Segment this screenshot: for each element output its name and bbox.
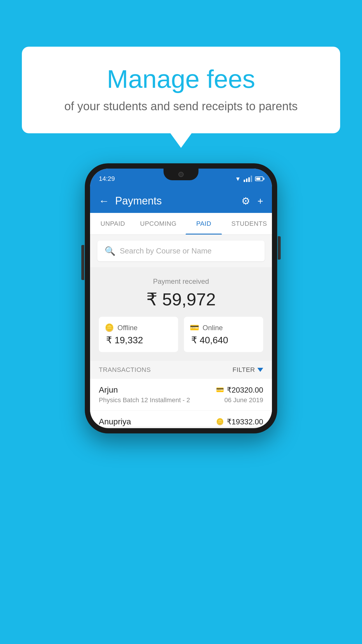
payment-cards: 🪙 Offline ₹ 19,332 💳 Online ₹ 40,640 bbox=[99, 317, 263, 352]
transaction-date-arjun: 06 June 2019 bbox=[224, 396, 263, 404]
settings-icon[interactable]: ⚙ bbox=[241, 195, 250, 207]
status-time: 14:29 bbox=[99, 175, 115, 183]
search-placeholder: Search by Course or Name bbox=[120, 246, 212, 256]
card-payment-icon: 💳 bbox=[190, 323, 199, 332]
search-bar[interactable]: 🔍 Search by Course or Name bbox=[97, 241, 265, 261]
student-name-arjun: Arjun bbox=[99, 385, 118, 395]
search-container: 🔍 Search by Course or Name bbox=[90, 235, 272, 267]
header-left: ← Payments bbox=[99, 195, 162, 207]
battery-icon bbox=[255, 176, 263, 181]
tab-upcoming[interactable]: UPCOMING bbox=[136, 213, 181, 235]
filter-button[interactable]: FILTER bbox=[233, 366, 263, 374]
phone-outer: 14:29 ▼ bbox=[85, 163, 277, 433]
signal-bars bbox=[244, 176, 252, 182]
phone-mockup: 14:29 ▼ bbox=[85, 163, 277, 433]
transactions-label: TRANSACTIONS bbox=[99, 366, 151, 374]
add-button[interactable]: + bbox=[257, 195, 263, 207]
tab-unpaid[interactable]: UNPAID bbox=[90, 213, 136, 235]
status-icons: ▼ bbox=[235, 176, 263, 182]
online-amount: ₹ 40,640 bbox=[190, 335, 257, 346]
app-header: ← Payments ⚙ + bbox=[90, 189, 272, 213]
page-title: Payments bbox=[115, 195, 162, 207]
tab-students[interactable]: STUDENTS bbox=[226, 213, 272, 235]
phone-screen: 14:29 ▼ bbox=[90, 169, 272, 428]
course-detail-arjun: Physics Batch 12 Installment - 2 bbox=[99, 396, 190, 404]
cash-icon: 🪙 bbox=[105, 323, 114, 332]
payment-summary: Payment received ₹ 59,972 🪙 Offline ₹ 19… bbox=[90, 267, 272, 361]
online-label: Online bbox=[203, 324, 223, 332]
offline-card-header: 🪙 Offline bbox=[105, 323, 172, 332]
card-method-icon: 💳 bbox=[216, 386, 224, 394]
status-bar: 14:29 ▼ bbox=[90, 169, 272, 189]
offline-amount: ₹ 19,332 bbox=[105, 335, 172, 346]
transaction-right-anupriya: 🪙 ₹19332.00 bbox=[216, 417, 263, 426]
cash-method-icon: 🪙 bbox=[216, 418, 224, 426]
bubble-title: Manage fees bbox=[36, 64, 326, 94]
transaction-row-partial[interactable]: Anupriya 🪙 ₹19332.00 bbox=[90, 411, 272, 426]
wifi-icon: ▼ bbox=[235, 176, 241, 182]
student-name-anupriya: Anupriya bbox=[99, 417, 131, 426]
tab-bar: UNPAID UPCOMING PAID STUDENTS bbox=[90, 213, 272, 235]
transaction-row[interactable]: Arjun 💳 ₹20320.00 Physics Batch 12 Insta… bbox=[90, 379, 272, 411]
camera-dot bbox=[178, 172, 184, 177]
online-card: 💳 Online ₹ 40,640 bbox=[184, 317, 263, 352]
search-icon: 🔍 bbox=[105, 246, 115, 256]
offline-label: Offline bbox=[117, 324, 138, 332]
transaction-amount-arjun: ₹20320.00 bbox=[227, 386, 263, 395]
speech-bubble: Manage fees of your students and send re… bbox=[22, 47, 340, 133]
transaction-amount-anupriya: ₹19332.00 bbox=[227, 417, 263, 426]
transaction-right-arjun: 💳 ₹20320.00 bbox=[216, 386, 263, 395]
transaction-bottom-arjun: Physics Batch 12 Installment - 2 06 June… bbox=[99, 396, 263, 404]
bubble-subtitle: of your students and send receipts to pa… bbox=[36, 100, 326, 113]
header-right: ⚙ + bbox=[241, 195, 263, 207]
filter-icon bbox=[257, 368, 263, 372]
payment-received-label: Payment received bbox=[99, 277, 263, 286]
back-button[interactable]: ← bbox=[99, 196, 109, 206]
offline-card: 🪙 Offline ₹ 19,332 bbox=[99, 317, 178, 352]
payment-total-amount: ₹ 59,972 bbox=[99, 289, 263, 309]
transaction-top-anupriya: Anupriya 🪙 ₹19332.00 bbox=[99, 417, 263, 426]
transactions-header: TRANSACTIONS FILTER bbox=[90, 361, 272, 379]
transaction-top-arjun: Arjun 💳 ₹20320.00 bbox=[99, 385, 263, 395]
online-card-header: 💳 Online bbox=[190, 323, 257, 332]
tab-paid[interactable]: PAID bbox=[181, 213, 226, 235]
notch-cutout bbox=[164, 169, 198, 180]
filter-label: FILTER bbox=[233, 366, 255, 374]
